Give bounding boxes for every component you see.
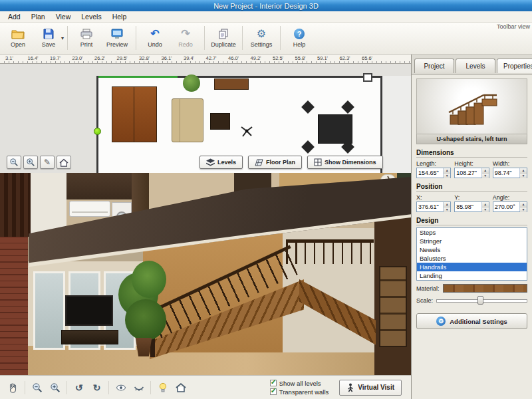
levels-button[interactable]: Levels	[200, 156, 243, 169]
spin-up-button[interactable]: ▲	[520, 202, 527, 207]
3d-viewport[interactable]	[0, 173, 411, 375]
column-top-view[interactable]	[363, 73, 372, 82]
design-item[interactable]: Landing	[417, 271, 527, 280]
plan-zoom-in-button[interactable]	[23, 156, 38, 169]
lighting-button[interactable]	[155, 380, 170, 396]
menu-levels[interactable]: Levels	[76, 12, 106, 21]
toolbar-separator	[66, 381, 67, 394]
title-bar[interactable]: New Project - Interior Design 3D	[0, 0, 532, 11]
ceiling-fan-symbol[interactable]	[239, 124, 254, 138]
top-view-button[interactable]	[131, 380, 146, 396]
y-label: Y:	[454, 194, 489, 201]
zoom-in-button[interactable]	[47, 380, 63, 396]
open-button[interactable]: Open	[3, 23, 33, 53]
floor-plan-canvas[interactable]: ✎ Levels Floor Plan Show Dimensio	[0, 64, 411, 173]
x-input[interactable]: 376.61" ▲▼	[416, 201, 451, 212]
spin-down-button[interactable]: ▼	[520, 174, 527, 178]
spin-up-button[interactable]: ▲	[444, 202, 450, 207]
virtual-visit-button[interactable]: Virtual Visit	[339, 380, 402, 396]
scale-slider[interactable]	[436, 296, 527, 305]
wall-selected-segment[interactable]	[96, 76, 178, 78]
wall-left[interactable]	[96, 76, 98, 173]
checkbox-box[interactable]: ✓	[270, 380, 277, 386]
menu-bar: Add Plan View Levels Help	[0, 11, 532, 23]
cabinet-top-view[interactable]	[214, 78, 249, 90]
preview-button[interactable]: Preview	[102, 23, 132, 53]
ruler-tick: 52.5'	[273, 55, 295, 61]
menu-help[interactable]: Help	[107, 12, 132, 21]
help-button[interactable]: ? Help	[284, 23, 315, 53]
spin-up-button[interactable]: ▲	[482, 168, 489, 174]
tab-properties[interactable]: Properties	[497, 59, 532, 73]
double-door-top-view[interactable]	[112, 86, 157, 142]
redo-label: Redo	[178, 41, 193, 48]
checkbox-box[interactable]: ✓	[270, 388, 277, 395]
spin-down-button[interactable]: ▼	[444, 207, 450, 212]
tab-levels[interactable]: Levels	[456, 59, 495, 73]
spin-down-button[interactable]: ▼	[444, 174, 450, 178]
width-input[interactable]: 98.74" ▲▼	[493, 168, 527, 178]
spin-up-button[interactable]: ▲	[520, 168, 527, 174]
landing-railing[interactable]	[286, 239, 374, 267]
balusters	[286, 243, 374, 264]
lightbulb-icon	[158, 382, 168, 393]
eye-icon	[116, 382, 126, 393]
menu-plan[interactable]: Plan	[26, 12, 51, 21]
orbit-right-button[interactable]: ↻	[89, 380, 104, 396]
redo-button[interactable]: ↷ Redo	[170, 23, 201, 53]
plan-measure-button[interactable]: ✎	[40, 156, 55, 169]
walking-person-icon	[346, 383, 354, 392]
spin-down-button[interactable]: ▼	[482, 174, 489, 178]
eye-level-view-button[interactable]	[113, 380, 128, 396]
design-item[interactable]: Balusters	[417, 254, 527, 263]
main-toolbar: Open Save ▾ Print Preview ↶ Undo	[0, 23, 532, 55]
spin-up-button[interactable]: ▲	[482, 202, 489, 207]
spin-down-button[interactable]: ▼	[520, 207, 527, 212]
design-item[interactable]: Stringer	[417, 237, 527, 245]
angle-input[interactable]: 270.00° ▲▼	[493, 201, 527, 212]
design-item[interactable]: Steps	[417, 228, 527, 237]
print-button[interactable]: Print	[71, 23, 102, 53]
undo-label: Undo	[148, 41, 162, 48]
plan-zoom-out-button[interactable]	[7, 156, 21, 169]
transparent-walls-checkbox[interactable]: ✓ Transparent walls	[270, 388, 329, 396]
toolbar-separator	[204, 26, 205, 50]
save-dropdown-arrow[interactable]: ▾	[61, 35, 64, 41]
pan-tool-button[interactable]	[5, 380, 21, 396]
orbit-left-button[interactable]: ↺	[71, 380, 86, 396]
spin-down-button[interactable]: ▼	[482, 207, 489, 212]
save-button[interactable]: Save	[33, 23, 64, 53]
design-listbox[interactable]: Steps Stringer Newels Balusters Handrail…	[416, 227, 527, 281]
dining-table-top-view[interactable]	[318, 114, 352, 144]
length-input[interactable]: 154.65" ▲▼	[416, 168, 451, 178]
additional-settings-button[interactable]: ⚙ Additional Settings	[416, 313, 527, 329]
settings-button[interactable]: ⚙ Settings	[246, 23, 277, 53]
material-swatch[interactable]	[443, 284, 527, 293]
y-input[interactable]: 85.98" ▲▼	[454, 201, 489, 212]
door-divider	[134, 87, 134, 142]
sofa-top-view[interactable]	[172, 98, 203, 142]
position-fields: X: 376.61" ▲▼ Y: 85.98" ▲▼ Angle:	[416, 193, 527, 212]
coffee-table-top-view[interactable]	[210, 113, 230, 130]
toolbar-view-label[interactable]: Toolbar view	[497, 23, 530, 30]
height-input[interactable]: 108.27" ▲▼	[454, 168, 489, 178]
design-item[interactable]: Handrails	[417, 263, 527, 271]
spin-up-button[interactable]: ▲	[444, 168, 450, 174]
menu-view[interactable]: View	[51, 12, 76, 21]
duplicate-button[interactable]: Duplicate	[208, 23, 239, 53]
plan-home-button[interactable]	[57, 156, 71, 169]
show-all-levels-checkbox[interactable]: ✓ Show all levels	[270, 380, 329, 387]
tab-project[interactable]: Project	[414, 59, 454, 73]
menu-add[interactable]: Add	[3, 12, 26, 21]
selection-handle[interactable]	[94, 128, 101, 135]
monitor-icon	[111, 28, 123, 40]
reset-view-button[interactable]	[173, 380, 188, 396]
toolbar-separator	[108, 381, 109, 394]
show-dimensions-button[interactable]: Show Dimensions	[307, 156, 383, 169]
plant-top-view[interactable]	[183, 74, 200, 92]
zoom-out-button[interactable]	[29, 380, 45, 396]
floor-plan-button[interactable]: Floor Plan	[248, 156, 302, 169]
scale-slider-thumb[interactable]	[477, 296, 483, 305]
undo-button[interactable]: ↶ Undo	[140, 23, 170, 53]
design-item[interactable]: Newels	[417, 245, 527, 254]
